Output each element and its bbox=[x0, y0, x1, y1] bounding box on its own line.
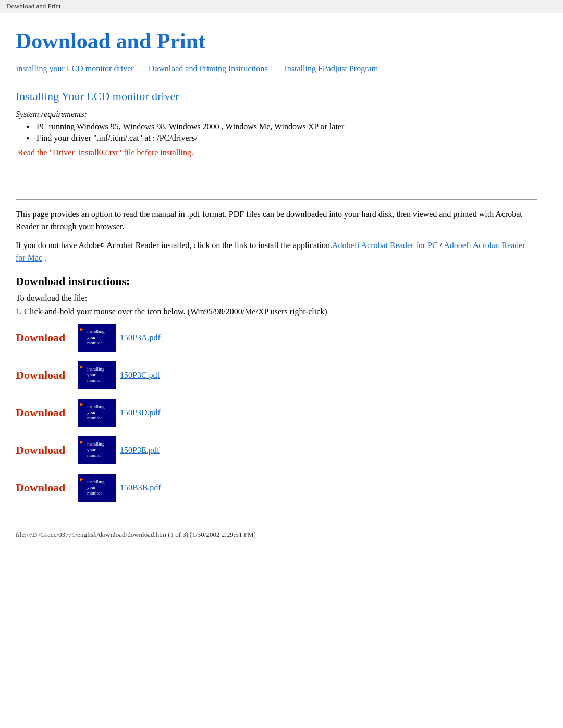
download-label-5: Download bbox=[16, 481, 78, 495]
download-intro: To download the file: bbox=[16, 293, 537, 303]
nav-links: Installing your LCD monitor driver Downl… bbox=[16, 62, 537, 76]
pdf-link-3[interactable]: 150P3D.pdf bbox=[120, 408, 161, 417]
download-label-4: Download bbox=[16, 443, 78, 457]
lcd-section-title: Installing Your LCD monitor driver bbox=[16, 90, 537, 103]
pdf-section: This page provides an option to read the… bbox=[16, 208, 537, 264]
download-label-1: Download bbox=[16, 331, 78, 344]
browser-tab-label: Download and Print bbox=[6, 2, 61, 10]
monitor-icon-3: installing your monitor bbox=[78, 399, 116, 427]
download-section: Download instructions: To download the f… bbox=[16, 275, 537, 502]
monitor-icon-4: installing your monitor bbox=[78, 436, 116, 464]
monitor-icon-2: installing your monitor bbox=[78, 361, 116, 389]
pdf-intro: This page provides an option to read the… bbox=[16, 208, 537, 233]
read-warning: Read the "Driver_install02.txt" file bef… bbox=[18, 148, 537, 157]
download-row-1: Download installing your monitor 150P3A.… bbox=[16, 324, 537, 352]
pdf-link-5[interactable]: 150B3B.pdf bbox=[120, 483, 161, 492]
spacer-1 bbox=[16, 163, 537, 194]
list-item: Find your driver ".inf/.icm/.cat" at : /… bbox=[26, 133, 537, 143]
browser-tab: Download and Print bbox=[0, 0, 563, 13]
divider-1 bbox=[16, 81, 537, 81]
pdf-link-1[interactable]: 150P3A.pdf bbox=[120, 333, 161, 342]
system-req-label: System requirements: bbox=[16, 109, 537, 119]
lcd-section: Installing Your LCD monitor driver Syste… bbox=[16, 90, 537, 157]
click-instructions: 1. Click-and-hold your mouse over the ic… bbox=[16, 307, 537, 316]
adobe-pc-link[interactable]: Adobefi Acrobat Reader for PC bbox=[332, 241, 438, 250]
download-row-4: Download installing your monitor 150P3E.… bbox=[16, 436, 537, 464]
nav-link-lcd[interactable]: Installing your LCD monitor driver bbox=[16, 64, 134, 73]
download-row-2: Download installing your monitor 150P3C.… bbox=[16, 361, 537, 389]
monitor-icon-1: installing your monitor bbox=[78, 324, 116, 352]
adobe-link-text: If you do not have Adobe¤ Acrobat Reader… bbox=[16, 239, 537, 264]
download-label-3: Download bbox=[16, 406, 78, 419]
download-label-2: Download bbox=[16, 368, 78, 382]
nav-link-fpadjust[interactable]: Installing FPadjust Program bbox=[285, 64, 378, 73]
monitor-icon-5: installing your monitor bbox=[78, 474, 116, 502]
main-content: Download and Print Installing your LCD m… bbox=[0, 13, 553, 522]
list-item: PC running Windows 95, Windows 98, Windo… bbox=[26, 122, 537, 131]
download-instructions-title: Download instructions: bbox=[16, 275, 537, 288]
system-req-list: PC running Windows 95, Windows 98, Windo… bbox=[26, 122, 537, 143]
page-heading: Download and Print bbox=[16, 29, 537, 54]
nav-link-print[interactable]: Download and Printing Instructions bbox=[149, 64, 268, 73]
footer-text: file:///D|/Grace/03771/english/download/… bbox=[16, 530, 256, 538]
download-row-3: Download installing your monitor 150P3D.… bbox=[16, 399, 537, 427]
footer-bar: file:///D|/Grace/03771/english/download/… bbox=[0, 527, 563, 542]
divider-2 bbox=[16, 199, 537, 200]
pdf-link-2[interactable]: 150P3C.pdf bbox=[120, 371, 160, 380]
download-row-5: Download installing your monitor 150B3B.… bbox=[16, 474, 537, 502]
pdf-link-4[interactable]: 150P3E.pdf bbox=[120, 446, 160, 455]
